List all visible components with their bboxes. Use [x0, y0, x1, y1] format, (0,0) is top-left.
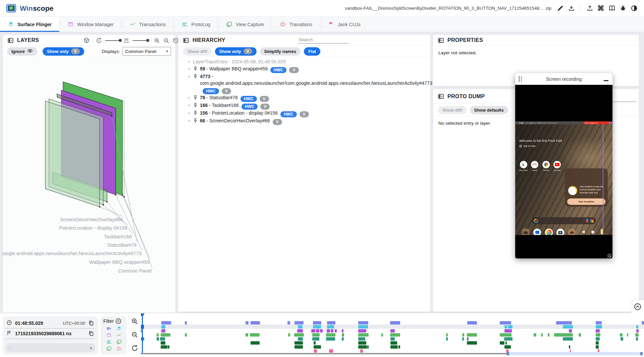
tree-node[interactable]: 59 - Wallpaper BBQ wrapper#59HWCV [188, 65, 425, 73]
timeline-event-surface-flinger [358, 325, 368, 329]
layer-label[interactable]: Wallpaper BBQ wrapper#59 [89, 259, 150, 265]
tree-root-entry[interactable]: LayerTraceEntry - 2024-05-09, 01:48:55.0… [188, 58, 425, 65]
layer-label[interactable]: StatusBar#78 [107, 242, 137, 248]
timeline-event-transitions [360, 349, 363, 353]
show-only-button[interactable]: Show only V [43, 47, 84, 56]
ignore-button[interactable]: Ignore [7, 47, 37, 56]
filter-window-manager-icon[interactable] [106, 333, 112, 338]
report-bug-icon[interactable] [619, 4, 627, 12]
tree-node[interactable]: 166 - Taskbar#166HWCV [188, 102, 425, 110]
timeline-event-window-manager [504, 329, 512, 333]
displays-label: Displays: [102, 49, 120, 54]
view-capture-icon [226, 21, 232, 27]
layer-label[interactable]: ScreenDecorHwcOverlay#66 [60, 217, 123, 222]
tree-node[interactable]: 78 - StatusBar#78HWCV [188, 94, 425, 102]
simplify-names-button[interactable]: Simplify names [260, 47, 301, 56]
tree-bullet-icon [188, 76, 190, 77]
copy-icon[interactable] [88, 331, 94, 337]
pin-icon[interactable] [193, 103, 198, 109]
dark-mode-icon[interactable] [630, 4, 638, 12]
timeline-event-screen-recording [185, 321, 187, 324]
3d-view-icon[interactable] [83, 37, 90, 44]
show-diff-button[interactable]: Show diff [183, 47, 212, 56]
timeline-zoom-range[interactable] [507, 352, 643, 355]
tree-node[interactable]: 66 - ScreenDecorHwcOverlay#66V [188, 117, 425, 125]
window-resize-handle[interactable] [607, 254, 611, 258]
zoom-out-icon[interactable] [163, 37, 170, 44]
timeline-event-window-manager [327, 329, 330, 333]
filter-transitions-icon[interactable] [116, 346, 122, 351]
layer-label[interactable]: Taskbar#166 [104, 234, 132, 239]
zoom-in-icon[interactable] [154, 37, 160, 44]
hierarchy-search-input[interactable] [298, 36, 348, 44]
timeline-event-view-capture [251, 341, 260, 345]
tab-transactions[interactable]: Transactions [122, 17, 174, 32]
pin-icon[interactable] [193, 95, 198, 101]
weather-prompt-text: Use location to see the current weather … [580, 185, 606, 194]
download-icon[interactable] [567, 4, 575, 12]
app-title: Winscope [20, 4, 54, 12]
timeline-event-screen-recording [467, 321, 477, 324]
panel-collapse-icon[interactable] [438, 93, 444, 100]
tab-window-manager[interactable]: Window Manager [60, 17, 121, 32]
show-defaults-button[interactable]: Show defaults [470, 106, 508, 114]
filter-surface-flinger-icon[interactable] [116, 326, 122, 331]
expand-timeline-button[interactable] [631, 300, 644, 313]
documentation-icon[interactable] [608, 4, 616, 12]
timeline-event-transactions [342, 333, 344, 337]
timeline-event-screen-recording [596, 321, 602, 324]
upload-icon[interactable] [586, 4, 594, 12]
spacing-slider[interactable] [132, 40, 148, 41]
panel-collapse-icon[interactable] [438, 37, 444, 44]
layers-3d-canvas[interactable]: ScreenDecorHwcOverlay#66PointerLocation … [3, 57, 175, 312]
panel-collapse-icon[interactable] [7, 37, 14, 44]
timeline-zoom-in-icon[interactable] [131, 317, 139, 325]
filter-view-capture-icon[interactable] [106, 346, 112, 351]
tree-node[interactable]: 156 - PointerLocation - display 0#156HWC… [188, 110, 425, 117]
tab-view-capture[interactable]: View Capture [218, 17, 272, 32]
jank-flag-icon [328, 21, 334, 27]
tab-surface-flinger[interactable]: Surface Flinger [0, 17, 59, 32]
filter-protolog-icon[interactable] [106, 339, 112, 345]
pin-icon[interactable] [193, 118, 198, 124]
timeline-event-surface-flinger [508, 325, 513, 329]
filter-view-capture-icon[interactable] [116, 339, 122, 345]
timeline-event-view-capture-2 [358, 345, 367, 349]
screen-recording-drag-handle[interactable]: Screen recording [515, 73, 612, 85]
layer-spacing-icon[interactable] [123, 37, 130, 44]
layer-label[interactable]: Common Panel [118, 268, 152, 274]
pin-icon[interactable] [193, 74, 198, 80]
collapse-filter-icon[interactable] [115, 318, 122, 324]
edit-icon[interactable] [556, 4, 564, 12]
layer-label[interactable]: PointerLocation - display 0#156 [59, 225, 127, 231]
rotation-slider[interactable] [105, 40, 120, 41]
displays-select[interactable]: Common Panel ▾ [122, 47, 171, 56]
next-entry-button[interactable]: › [90, 345, 92, 351]
filter-transactions-icon[interactable] [116, 333, 122, 338]
timeline-zoom-out-icon[interactable] [131, 331, 139, 339]
minimize-icon[interactable] [603, 76, 609, 82]
previous-entry-button[interactable]: ‹ [9, 345, 11, 351]
timeline-canvas[interactable] [141, 313, 644, 357]
layer-label[interactable]: google.android.apps.nexuslauncher.NexusL… [3, 251, 142, 256]
rotation-icon[interactable] [96, 37, 102, 44]
tab-protolog[interactable]: ProtoLog [174, 17, 218, 32]
show-only-button[interactable]: Show only V [215, 47, 257, 56]
timeline-event-transactions [548, 333, 549, 337]
timeline-event-transactions [390, 333, 400, 337]
tab-jank-cujs[interactable]: Jank CUJs [320, 17, 368, 32]
timeline-event-transactions [596, 333, 600, 337]
timeline-reset-zoom-icon[interactable] [131, 344, 139, 352]
tree-node[interactable]: 4773 - com.google.android.apps.nexuslaun… [188, 73, 425, 94]
shortcuts-icon[interactable]: ⌘ [597, 4, 605, 12]
copy-icon[interactable] [88, 320, 94, 326]
pin-icon[interactable] [193, 66, 198, 72]
flat-button[interactable]: Flat [304, 47, 320, 56]
panel-collapse-icon[interactable] [183, 37, 189, 44]
show-diff-button[interactable]: Show diff [438, 106, 467, 114]
timeline-event-transactions [627, 333, 628, 337]
filter-screen-recording-icon[interactable] [106, 326, 112, 331]
app-label: YouTube [551, 169, 563, 171]
tab-transitions[interactable]: Transitions [272, 17, 320, 32]
pin-icon[interactable] [193, 110, 198, 117]
